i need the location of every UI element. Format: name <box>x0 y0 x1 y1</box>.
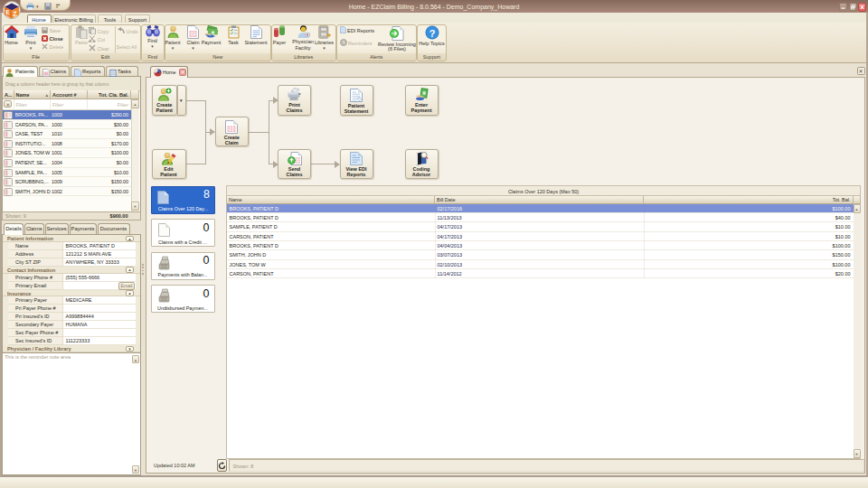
svg-text:E: E <box>5 9 10 16</box>
svg-text:Z: Z <box>13 10 17 17</box>
svg-text:?: ? <box>429 28 435 39</box>
